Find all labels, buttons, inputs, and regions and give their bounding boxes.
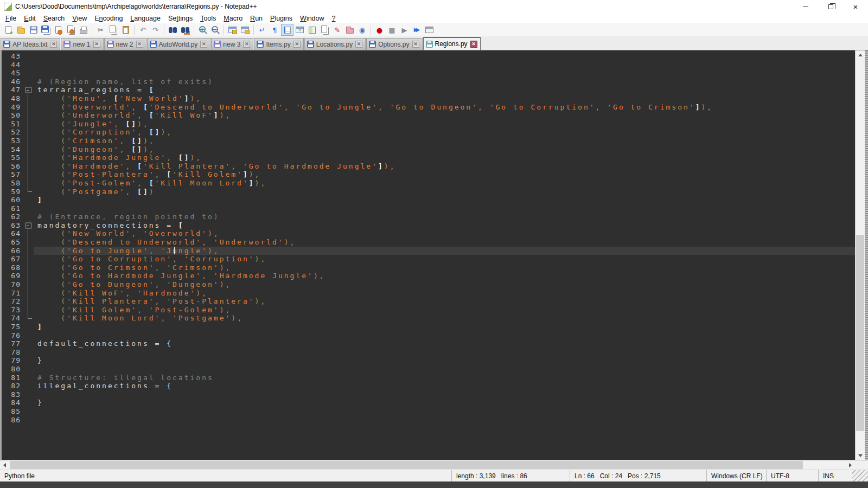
tab-locations-py[interactable]: Locations.py✕ xyxy=(304,38,366,50)
tab-close-icon[interactable]: ✕ xyxy=(136,41,143,48)
code-text[interactable]: terraria_regions = [ xyxy=(34,86,155,94)
menu-language[interactable]: Language xyxy=(126,14,164,23)
code-text[interactable] xyxy=(34,348,37,357)
menu-plugins[interactable]: Plugins xyxy=(266,14,296,23)
sync-scroll-vertical-button[interactable] xyxy=(227,24,238,35)
code-text[interactable]: ('Kill Moon Lord', 'Postgame'), xyxy=(34,314,243,323)
tab-close-icon[interactable]: ✕ xyxy=(412,41,419,48)
code-text[interactable]: ('Go to Dungeon', 'Dungeon'), xyxy=(34,280,231,289)
indent-guide-button[interactable] xyxy=(282,24,293,35)
paste-button[interactable] xyxy=(120,24,131,35)
code-text[interactable]: ('New World', 'Overworld'), xyxy=(34,229,220,238)
tab-close-icon[interactable]: ✕ xyxy=(93,41,100,48)
code-text[interactable] xyxy=(34,416,37,425)
code-text[interactable]: } xyxy=(34,356,43,365)
code-text[interactable] xyxy=(34,390,37,399)
minimize-button[interactable] xyxy=(793,0,818,13)
menu-search[interactable]: Search xyxy=(40,14,69,23)
tab-close-icon[interactable]: ✕ xyxy=(243,41,250,48)
tab-close-icon[interactable]: ✕ xyxy=(355,41,362,48)
scroll-right-arrow[interactable] xyxy=(846,460,855,470)
tab-new-1[interactable]: new 1✕ xyxy=(61,38,103,50)
macro-save-button[interactable] xyxy=(424,24,435,35)
menu-macro[interactable]: Macro xyxy=(220,14,246,23)
close-file-button[interactable] xyxy=(53,24,64,35)
code-text[interactable]: ('Dungeon', []), xyxy=(34,145,155,154)
menu-settings[interactable]: Settings xyxy=(164,14,196,23)
print-button[interactable] xyxy=(78,24,89,35)
undo-button[interactable]: ↶ xyxy=(137,24,149,35)
code-text[interactable]: ('Go to Corruption', 'Corruption'), xyxy=(34,255,266,264)
code-text[interactable]: illegal_connections = { xyxy=(34,382,173,390)
code-text[interactable] xyxy=(34,52,37,61)
code-text[interactable] xyxy=(34,331,37,340)
fold-marker[interactable] xyxy=(25,221,34,230)
macro-record-button[interactable]: ● xyxy=(374,24,385,35)
horizontal-scroll-thumb[interactable] xyxy=(10,461,803,469)
scroll-up-arrow[interactable] xyxy=(856,50,865,59)
code-text[interactable]: ('Corruption', []), xyxy=(34,128,173,137)
menu-[interactable]: ? xyxy=(328,14,340,23)
code-text[interactable]: ('Hardmode Jungle', []), xyxy=(34,153,202,162)
tab-options-py[interactable]: Options.py✕ xyxy=(366,38,422,50)
code-text[interactable]: ('Underworld', ['Kill WoF']), xyxy=(34,111,231,120)
code-text[interactable]: default_connections = { xyxy=(34,339,173,348)
menu-edit[interactable]: Edit xyxy=(20,14,40,23)
macro-run-multiple-button[interactable]: ▶▶ xyxy=(411,24,423,35)
code-text[interactable]: ('Descend to Underworld', 'Underworld'), xyxy=(34,238,296,247)
tab-new-3[interactable]: new 3✕ xyxy=(211,38,253,50)
code-text[interactable]: # (Entrance, region pointed to) xyxy=(34,213,220,221)
save-all-button[interactable] xyxy=(40,24,52,35)
code-text[interactable]: ('Kill Golem', 'Post-Golem'), xyxy=(34,306,231,314)
edit-pen-button[interactable]: ✎ xyxy=(331,24,343,35)
show-all-characters-button[interactable]: ¶ xyxy=(269,24,280,35)
document-map-button[interactable] xyxy=(307,24,318,35)
code-text[interactable] xyxy=(34,365,37,374)
code-text[interactable] xyxy=(34,407,37,416)
code-text[interactable]: ('Jungle', []), xyxy=(34,120,149,129)
save-file-button[interactable] xyxy=(28,24,39,35)
replace-button[interactable] xyxy=(180,24,191,35)
macro-play-button[interactable]: ▶ xyxy=(399,24,410,35)
code-text[interactable]: ] xyxy=(34,323,43,331)
close-button[interactable]: × xyxy=(843,0,868,13)
redo-button[interactable]: ↷ xyxy=(150,24,161,35)
scroll-left-arrow[interactable] xyxy=(0,460,9,470)
copy-button[interactable] xyxy=(107,24,119,35)
code-editor[interactable]: 43444546# (Region name, list of exits)47… xyxy=(0,50,855,460)
menu-file[interactable]: File xyxy=(2,14,20,23)
sync-scroll-horizontal-button[interactable] xyxy=(239,24,251,35)
close-all-button[interactable] xyxy=(65,24,76,35)
code-text[interactable] xyxy=(34,204,37,213)
code-text[interactable]: # (Region name, list of exits) xyxy=(34,78,214,86)
menu-view[interactable]: View xyxy=(68,14,91,23)
code-text[interactable] xyxy=(34,69,37,78)
code-text[interactable]: ] xyxy=(34,196,43,204)
code-text[interactable]: ('Go to Crimson', 'Crimson'), xyxy=(34,264,231,272)
code-text[interactable]: # Structure: illegal locations xyxy=(34,374,214,382)
open-file-button[interactable] xyxy=(15,24,27,35)
zoom-out-button[interactable]: − xyxy=(209,24,221,35)
monitoring-eye-button[interactable]: ◉ xyxy=(356,24,368,35)
restore-button[interactable] xyxy=(818,0,843,13)
code-text[interactable]: ('Go to Hardmode Jungle', 'Hardmode Jung… xyxy=(34,272,326,280)
horizontal-scrollbar[interactable] xyxy=(0,460,855,470)
macro-stop-button[interactable]: ■ xyxy=(386,24,398,35)
function-list-button[interactable]: ϟ xyxy=(294,24,305,35)
zoom-in-button[interactable]: + xyxy=(197,24,208,35)
tab-autoworld-py[interactable]: AutoWorld.py✕ xyxy=(147,38,211,50)
vertical-scrollbar[interactable] xyxy=(855,50,865,460)
code-text[interactable]: ('Crimson', []), xyxy=(34,137,155,145)
code-text[interactable]: ('Menu', ['New World']), xyxy=(34,94,202,103)
tab-close-icon[interactable]: ✕ xyxy=(50,41,57,48)
resize-grip[interactable] xyxy=(852,470,868,481)
tab-regions-py[interactable]: Regions.py✕ xyxy=(423,37,481,50)
tab-close-icon[interactable]: ✕ xyxy=(470,41,477,48)
menu-tools[interactable]: Tools xyxy=(196,14,220,23)
tab-items-py[interactable]: Items.py✕ xyxy=(254,38,303,50)
word-wrap-button[interactable]: ↵ xyxy=(257,24,268,35)
code-text[interactable]: ('Post-Plantera', ['Kill Golem']), xyxy=(34,170,260,179)
new-file-button[interactable] xyxy=(3,24,14,35)
code-text[interactable]: ('Go to Jungle', 'Jungle'), xyxy=(34,247,220,255)
code-text[interactable] xyxy=(34,61,37,69)
